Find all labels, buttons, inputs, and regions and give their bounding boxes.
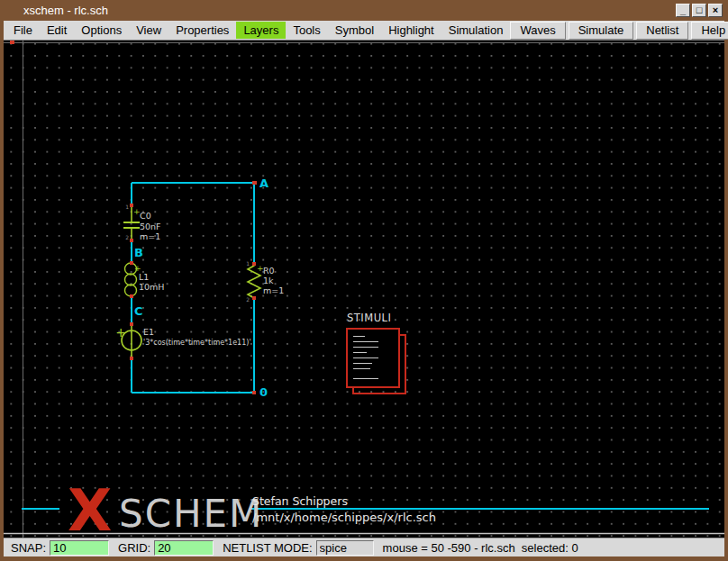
- res-pin-number-1: 1: [246, 260, 250, 267]
- titlebar[interactable]: xschem - rlc.sch _ □ ×: [0, 0, 728, 21]
- net-label-gnd[interactable]: 0: [259, 385, 268, 399]
- source-name-label: E1: [143, 327, 154, 337]
- logo-schem: SCHEM: [119, 492, 263, 536]
- menu-simulation[interactable]: Simulation: [441, 22, 511, 39]
- inductor-name-label: L1: [139, 272, 149, 282]
- axis-lines: [4, 41, 724, 538]
- maximize-icon[interactable]: □: [692, 4, 706, 17]
- xschem-window: xschem - rlc.sch _ □ × File Edit Options…: [0, 0, 728, 561]
- window-title: xschem - rlc.sch: [23, 4, 108, 17]
- res-mult-label: m=1: [263, 285, 284, 295]
- logo-x: X: [68, 477, 112, 538]
- file-path-text: /mnt/x/home/schippes/x/rlc.sch: [252, 511, 436, 524]
- cap-mult-label: m=1: [140, 231, 160, 241]
- menu-file[interactable]: File: [6, 22, 40, 39]
- title-block: X SCHEM Stefan Schippers /mnt/x/home/sch…: [4, 477, 724, 538]
- grid-label: GRID:: [118, 541, 150, 555]
- menu-tools[interactable]: Tools: [286, 22, 327, 39]
- origin-marker: [10, 41, 14, 44]
- cap-pin-number-1: 1: [125, 204, 129, 210]
- minimize-icon[interactable]: _: [676, 4, 690, 17]
- menu-edit[interactable]: Edit: [40, 22, 74, 39]
- menu-view[interactable]: View: [129, 22, 168, 39]
- mouse-status-text: mouse = 50 -590 - rlc.sch selected: 0: [383, 541, 578, 555]
- stimuli-label: STIMULI: [347, 312, 391, 324]
- window-controls: _ □ ×: [676, 4, 723, 17]
- inductor-value-label: 10mH: [139, 282, 165, 292]
- simulate-button[interactable]: Simulate: [569, 22, 634, 40]
- menu-highlight[interactable]: Highlight: [381, 22, 441, 39]
- close-icon[interactable]: ×: [708, 4, 723, 17]
- statusbar: SNAP: GRID: NETLIST MODE: mouse = 50 -59…: [4, 538, 724, 556]
- menu-options[interactable]: Options: [74, 22, 129, 39]
- source-value-label: '3*cos(time*time*time*1e11)': [143, 339, 251, 347]
- net-label-c[interactable]: C: [134, 304, 143, 318]
- menu-symbol[interactable]: Symbol: [328, 22, 381, 39]
- stimuli-block[interactable]: STIMULI: [347, 312, 405, 394]
- net-label-b[interactable]: B: [134, 246, 143, 259]
- cap-name-label: C0: [140, 211, 151, 221]
- netlist-mode-input[interactable]: [316, 540, 374, 556]
- res-value-label: 1k: [263, 276, 274, 285]
- cap-value-label: 50nF: [140, 222, 161, 231]
- waves-button[interactable]: Waves: [510, 22, 565, 40]
- snap-label: SNAP:: [11, 541, 46, 555]
- help-button[interactable]: Help: [691, 22, 728, 40]
- schematic-canvas[interactable]: 1 + 2 C0 50nF m=1 + L1 10mH + E1: [4, 41, 724, 538]
- net-label-a[interactable]: A: [259, 176, 268, 190]
- res-pin-number-2: 2: [246, 296, 250, 303]
- snap-input[interactable]: [50, 540, 109, 556]
- author-text: Stefan Schippers: [252, 494, 348, 508]
- menubar-buttons: Waves Simulate Netlist Help: [510, 22, 728, 40]
- menu-layers[interactable]: Layers: [236, 22, 286, 39]
- netlist-button[interactable]: Netlist: [636, 22, 688, 40]
- cap-pin-number-2: 2: [125, 234, 129, 240]
- source-plus-mark: +: [115, 325, 126, 339]
- menu-properties[interactable]: Properties: [168, 22, 236, 39]
- grid-input[interactable]: [154, 540, 214, 556]
- menubar: File Edit Options View Properties Layers…: [4, 21, 724, 41]
- res-name-label: R0: [263, 266, 275, 276]
- netlist-mode-label: NETLIST MODE:: [223, 541, 312, 555]
